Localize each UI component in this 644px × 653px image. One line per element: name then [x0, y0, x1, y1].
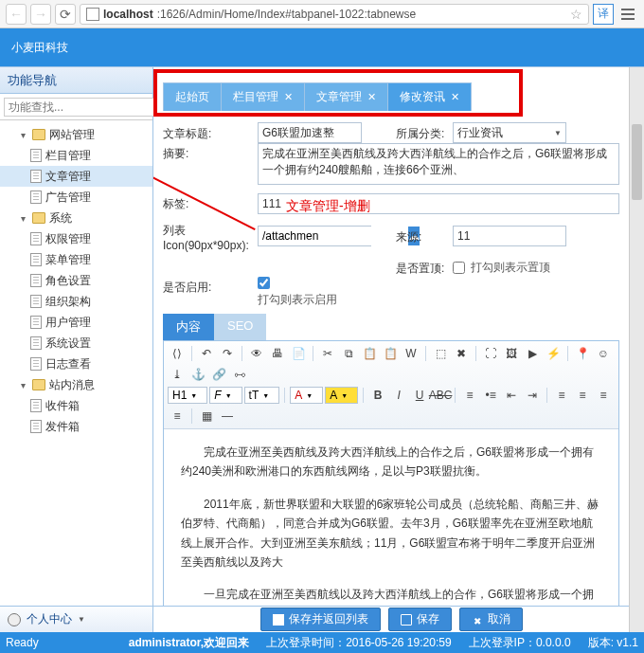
- back-button[interactable]: ←: [6, 4, 27, 25]
- hr-icon[interactable]: —: [218, 407, 237, 426]
- tree-label: 网站管理: [49, 127, 95, 143]
- bookmark-icon[interactable]: ☆: [570, 7, 582, 22]
- editor-content[interactable]: 完成在亚洲至美西航线及跨大西洋航线上的合作之后，G6联盟将形成一个拥有约240美…: [164, 429, 618, 606]
- cut-icon[interactable]: ✂: [318, 344, 337, 363]
- save-return-button[interactable]: 保存并返回列表: [260, 608, 381, 631]
- underline-icon[interactable]: U: [410, 386, 429, 405]
- undo-icon[interactable]: ↶: [197, 344, 216, 363]
- top-checkbox[interactable]: [453, 262, 465, 274]
- indent-icon[interactable]: ⇥: [523, 386, 542, 405]
- source-input[interactable]: [453, 226, 566, 246]
- heading-select[interactable]: H1▼: [168, 387, 207, 404]
- paste-icon[interactable]: 📋: [360, 344, 379, 363]
- map-icon[interactable]: 📍: [573, 344, 592, 363]
- ul-icon[interactable]: •≡: [481, 386, 500, 405]
- tree-item[interactable]: 日志查看: [0, 354, 152, 374]
- tree-item[interactable]: 角色设置: [0, 270, 152, 291]
- strike-icon[interactable]: ABC: [431, 386, 450, 405]
- copy-icon[interactable]: ⧉: [339, 344, 358, 363]
- print-icon[interactable]: 🖶: [268, 344, 287, 363]
- editor-panel: ⟨⟩ ↶ ↷ 👁 🖶 📄 ✂ ⧉ 📋 📋 W: [163, 340, 619, 606]
- forward-button[interactable]: →: [30, 4, 51, 25]
- tab[interactable]: 栏目管理✕: [222, 82, 305, 111]
- translate-button[interactable]: 译: [593, 4, 614, 25]
- folder-icon: [32, 212, 45, 224]
- italic-icon[interactable]: I: [389, 386, 408, 405]
- font-select[interactable]: F▼: [209, 387, 242, 404]
- search-input[interactable]: [4, 98, 155, 117]
- tree-item[interactable]: 发件箱: [0, 416, 152, 437]
- sidebar-footer[interactable]: 个人中心 ▼: [0, 606, 152, 632]
- listicon-input[interactable]: [259, 227, 408, 245]
- tree-label: 文章管理: [45, 169, 91, 185]
- selectall-icon[interactable]: ⬚: [431, 344, 450, 363]
- justify-icon[interactable]: ≡: [168, 407, 187, 426]
- enable-hint: 打勾则表示启用: [258, 293, 337, 306]
- tree-folder[interactable]: ▾系统: [0, 208, 152, 228]
- ol-icon[interactable]: ≡: [460, 386, 479, 405]
- cancel-button[interactable]: 取消: [459, 608, 523, 631]
- close-icon[interactable]: ✕: [451, 91, 459, 103]
- preview-icon[interactable]: 👁: [247, 344, 266, 363]
- tree-item[interactable]: 文章管理: [0, 166, 152, 187]
- aligncenter-icon[interactable]: ≡: [573, 386, 592, 405]
- unlink-icon[interactable]: ⧟: [230, 365, 249, 384]
- browser-menu-icon[interactable]: [617, 9, 638, 20]
- save-button[interactable]: 保存: [388, 608, 452, 631]
- redo-icon[interactable]: ↷: [218, 344, 237, 363]
- form-area: 文章管理-增删 文章标题: 所属分类: 行业资讯▼ 摘要: 标签:: [153, 118, 629, 606]
- backcolor-select[interactable]: A▼: [325, 387, 358, 404]
- removeformat-icon[interactable]: ✖: [452, 344, 471, 363]
- status-login-time: 上次登录时间：2016-05-26 19:20:59: [266, 635, 451, 651]
- summary-input[interactable]: [258, 143, 619, 185]
- alignleft-icon[interactable]: ≡: [552, 386, 571, 405]
- tab-seo[interactable]: SEO: [214, 314, 266, 340]
- enable-checkbox[interactable]: [258, 277, 270, 289]
- tab-content[interactable]: 内容: [163, 314, 214, 340]
- tree-item[interactable]: 广告管理: [0, 187, 152, 208]
- forecolor-select[interactable]: A▼: [290, 387, 323, 404]
- alignright-icon[interactable]: ≡: [594, 386, 613, 405]
- flash-icon[interactable]: ⚡: [544, 344, 563, 363]
- title-input[interactable]: [258, 122, 362, 143]
- tree-item[interactable]: 菜单管理: [0, 249, 152, 270]
- template-icon[interactable]: 📄: [289, 344, 308, 363]
- collapse-icon[interactable]: ▾: [17, 129, 28, 140]
- tab[interactable]: 起始页: [163, 82, 222, 111]
- url-bar[interactable]: localhost:1626/Admin/Home/Index#tabpanel…: [80, 4, 589, 25]
- tree-folder[interactable]: ▾站内消息: [0, 374, 152, 395]
- outdent-icon[interactable]: ⇤: [502, 386, 521, 405]
- reload-button[interactable]: ⟳: [55, 4, 76, 25]
- collapse-icon[interactable]: ▾: [17, 379, 28, 390]
- media-icon[interactable]: ▶: [523, 344, 542, 363]
- tree-item[interactable]: 系统设置: [0, 333, 152, 354]
- pagebreak-icon[interactable]: ⤓: [168, 365, 187, 384]
- scrollbar[interactable]: [629, 67, 644, 632]
- category-select[interactable]: 行业资讯▼: [453, 122, 566, 143]
- tab[interactable]: 文章管理✕: [305, 82, 388, 111]
- tree-folder[interactable]: ▾网站管理: [0, 124, 152, 145]
- tree-item[interactable]: 栏目管理: [0, 145, 152, 166]
- paste-word-icon[interactable]: W: [402, 344, 420, 363]
- anchor-icon[interactable]: ⚓: [188, 365, 207, 384]
- scroll-thumb[interactable]: [632, 124, 642, 200]
- close-icon[interactable]: ✕: [367, 91, 376, 103]
- source-icon[interactable]: ⟨⟩: [168, 344, 187, 363]
- source-label: 来源:: [396, 227, 453, 245]
- link-icon[interactable]: 🔗: [209, 365, 228, 384]
- tree-item[interactable]: 权限管理: [0, 228, 152, 249]
- table-icon[interactable]: ▦: [197, 407, 216, 426]
- fullscreen-icon[interactable]: ⛶: [481, 344, 500, 363]
- tab[interactable]: 修改资讯✕: [388, 82, 472, 111]
- collapse-icon[interactable]: ▾: [17, 212, 28, 224]
- tree-label: 系统: [49, 210, 72, 227]
- close-icon[interactable]: ✕: [284, 91, 293, 103]
- image-icon[interactable]: 🖼: [502, 344, 521, 363]
- paste-text-icon[interactable]: 📋: [381, 344, 400, 363]
- tree-item[interactable]: 收件箱: [0, 395, 152, 416]
- emoji-icon[interactable]: ☺: [594, 344, 613, 363]
- tree-item[interactable]: 组织架构: [0, 291, 152, 312]
- fontsize-select[interactable]: tT▼: [244, 387, 280, 404]
- bold-icon[interactable]: B: [368, 386, 387, 405]
- tree-item[interactable]: 用户管理: [0, 312, 152, 333]
